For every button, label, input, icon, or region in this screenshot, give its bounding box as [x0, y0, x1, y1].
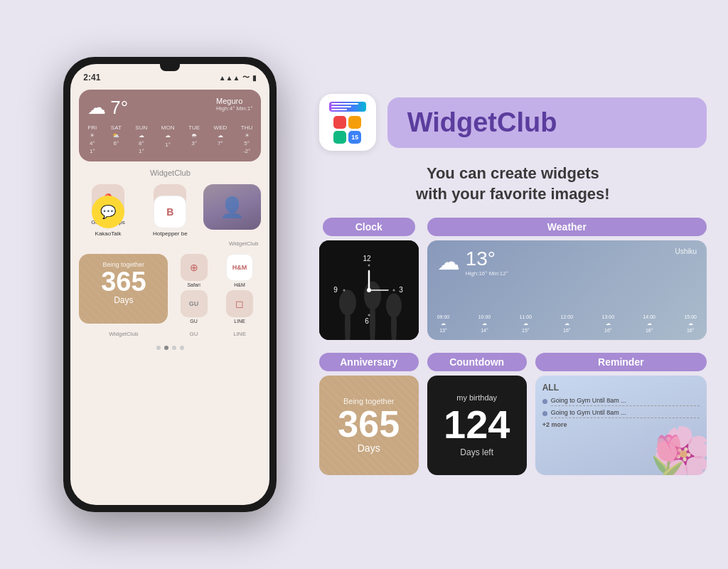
logo-red-dot	[333, 116, 346, 129]
cd-title: my birthday	[456, 393, 497, 402]
app-hm[interactable]: H&M H&M	[218, 254, 262, 287]
safari-icon: ⊕	[181, 254, 208, 281]
weather-top: ☁ 7° Meguro High:4° Min:1°	[87, 97, 252, 119]
countdown-widget-preview: my birthday 124 Days left	[427, 376, 527, 475]
app-line[interactable]: ◻ LINE	[218, 290, 262, 324]
app-tagline: You can create widgets with your favorit…	[319, 164, 707, 204]
kakao-icon: 💬	[92, 196, 124, 228]
dot-4	[180, 346, 184, 350]
app-logo: 15	[319, 94, 376, 151]
ann-days-preview: Days	[358, 442, 380, 454]
hour-1100: 11:00☁15°	[520, 314, 532, 333]
right-section: 15 WidgetClub You can create widgets wit…	[319, 94, 707, 474]
anniversary-widget-phone: Being together 365 Days	[79, 254, 168, 324]
weather-preview-left: ☁ 13° High:16° Min:12°	[437, 248, 508, 277]
row1-widgets: Clock 12 9 3	[319, 218, 707, 340]
clock-badge: Clock	[323, 218, 415, 236]
signal-icon: ▲▲▲	[219, 74, 240, 82]
widget-club-label-mid: WidgetClub	[79, 169, 261, 177]
app-hotpepper[interactable]: B Hotpepper be	[141, 196, 199, 237]
reminder-text-2: Going to Gym Until 8am ...	[551, 409, 700, 418]
reminder-dot-1	[542, 399, 547, 404]
weather-day-tue: TUE 🌧 3°	[188, 124, 200, 154]
logo-line-1	[331, 103, 358, 105]
svg-point-14	[368, 314, 370, 316]
reminder-dot-2	[542, 411, 547, 416]
anniversary-widget-preview: Being together 365 Days	[319, 376, 419, 475]
app-safari[interactable]: ⊕ Safari	[172, 254, 215, 287]
phone-content: ☁ 7° Meguro High:4° Min:1° FRI ☀ 4°	[70, 85, 269, 341]
logo-top-bar	[329, 102, 366, 112]
ann-365-preview: 365	[338, 405, 400, 442]
small-icons-grid: ⊕ Safari H&M H&M GU GU ◻	[172, 254, 261, 324]
clock-time: 2:41	[83, 73, 100, 83]
app-title: WidgetClub	[407, 107, 687, 138]
app-header: 15 WidgetClub	[319, 94, 707, 151]
weather-cloud-big: ☁	[437, 248, 460, 275]
app-gu[interactable]: GU GU	[172, 290, 215, 324]
reminder-text-1: Going to Gym Until 8am ...	[551, 397, 700, 406]
hour-1200: 12:00☁16°	[561, 314, 574, 333]
line-label: LINE	[234, 319, 245, 324]
cd-subtitle: Days left	[460, 447, 493, 457]
weather-preview-location: Ushiku	[675, 248, 697, 255]
ann-number-phone: 365	[86, 268, 161, 295]
svg-point-12	[367, 288, 371, 292]
hm-label: H&M	[234, 282, 245, 287]
row2-widgets: Anniversary Being together 365 Days Coun…	[319, 353, 707, 475]
bottom-labels: WidgetClub GU LINE	[79, 331, 261, 337]
reminder-widget-preview: 🌸 🌷 ALL Going to Gym Until 8am ... Going…	[535, 376, 707, 475]
weather-category: Weather ☁ 13° High:16° Min:12° Ushiku 09…	[427, 218, 707, 340]
line-bottom-label: LINE	[218, 331, 262, 337]
svg-text:12: 12	[363, 255, 371, 262]
hour-1300: 13:00☁16°	[602, 314, 615, 333]
weather-preview-top: ☁ 13° High:16° Min:12° Ushiku	[437, 248, 697, 277]
svg-point-13	[368, 264, 370, 266]
weather-hours-row: 09:00☁13° 10:00☁14° 11:00☁15° 12:00☁16° …	[437, 314, 697, 333]
flower-decoration-2: 🌷	[641, 430, 694, 475]
countdown-badge: Countdown	[427, 353, 527, 371]
weather-day-thu: THU ☀ 5° -2°	[241, 124, 252, 154]
logo-15: 15	[348, 131, 361, 144]
reminder-all-label: ALL	[542, 383, 700, 393]
weather-highlow-phone: High:4° Min:1°	[216, 105, 252, 112]
phone-notch	[160, 64, 180, 71]
battery-icon: ▮	[252, 74, 257, 82]
svg-text:9: 9	[333, 286, 338, 294]
clock-category: Clock 12 9 3	[319, 218, 419, 340]
reminder-badge: Reminder	[535, 353, 707, 371]
reminder-more-label: +2 more	[542, 421, 700, 428]
weather-day-fri: FRI ☀ 4° 1°	[87, 124, 97, 154]
weather-day-wed: WED ☁ 7°	[214, 124, 228, 154]
app-kakao[interactable]: 💬 KakaoTalk	[79, 196, 136, 237]
logo-bottom-icons: 15	[333, 116, 361, 144]
cd-number: 124	[444, 405, 510, 445]
weather-days-row: FRI ☀ 4° 1° SAT ⛅ 6° SUN	[87, 124, 252, 154]
status-icons: ▲▲▲ 〜 ▮	[219, 73, 257, 83]
gu-bottom-label: GU	[172, 331, 215, 337]
phone-section: 2:41 ▲▲▲ 〜 ▮ ☁ 7° Meguro	[21, 14, 319, 555]
hour-1400: 14:00☁16°	[643, 314, 655, 333]
anniversary-badge: Anniversary	[319, 353, 419, 371]
reminder-item-1: Going to Gym Until 8am ...	[542, 397, 700, 406]
line-icon: ◻	[226, 290, 253, 317]
weather-day-mon: MON ☁ 1°	[161, 124, 175, 154]
dot-3	[172, 346, 176, 350]
anniversary-category: Anniversary Being together 365 Days	[319, 353, 419, 475]
weather-day-sat: SAT ⛅ 6°	[111, 124, 122, 154]
svg-point-16	[392, 289, 395, 291]
safari-label: Safari	[187, 282, 200, 287]
logo-yellow-dot	[348, 116, 361, 129]
ann-days-phone: Days	[86, 295, 161, 305]
weather-location-area: Meguro High:4° Min:1°	[216, 97, 252, 112]
app-icons-row2: 💬 KakaoTalk B Hotpepper be	[79, 196, 261, 237]
phone-screen: 2:41 ▲▲▲ 〜 ▮ ☁ 7° Meguro	[70, 64, 269, 505]
widgetclub-icon-label: WidgetClub	[79, 235, 261, 248]
hour-1000: 10:00☁14°	[478, 314, 491, 333]
countdown-category: Countdown my birthday 124 Days left	[427, 353, 527, 475]
dot-2	[164, 346, 168, 350]
page-dots	[70, 346, 269, 350]
weather-preview-highlow: High:16° Min:12°	[466, 270, 508, 277]
logo-line-3	[331, 109, 347, 110]
reminder-content: ALL Going to Gym Until 8am ... Going to …	[535, 376, 707, 435]
